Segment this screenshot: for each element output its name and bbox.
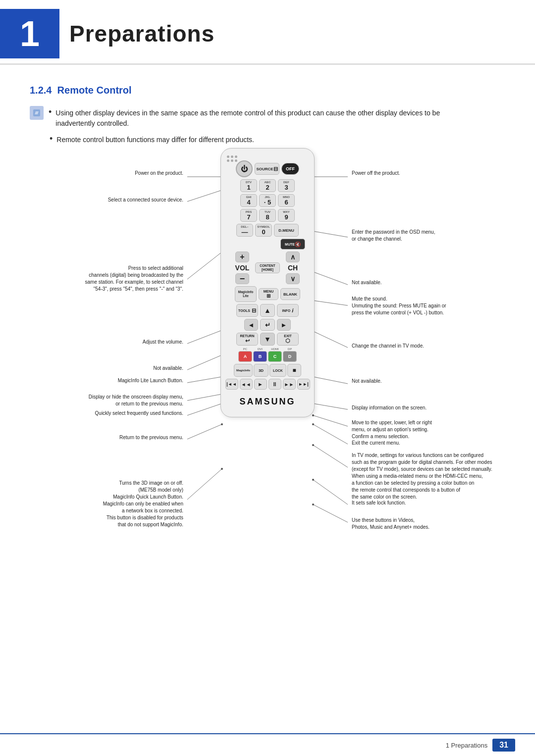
ann-tv-mode: In TV mode, settings for various functio… — [352, 452, 500, 501]
btn-nav-right[interactable]: ► — [277, 319, 291, 331]
btn-media-pause[interactable]: II — [268, 379, 281, 390]
btn-b[interactable]: B — [253, 351, 267, 362]
ann-3d-magicinfo: Turns the 3D image on or off.(ME75B mode… — [35, 480, 183, 528]
btn-nav-left[interactable]: ◄ — [244, 319, 258, 331]
ann-magicinfo-launch: MagicInfo Lite Launch Button. — [35, 377, 183, 384]
btn-d[interactable]: D — [283, 351, 297, 362]
btn-4[interactable]: GHI 4 — [240, 194, 257, 207]
btn-3[interactable]: DEF 3 — [278, 179, 295, 192]
ann-not-avail-right2: Not available. — [352, 378, 500, 385]
btn-media-fwd[interactable]: ►► — [283, 379, 296, 390]
svg-line-11 — [187, 377, 222, 383]
btn-2[interactable]: ABC 2 — [259, 179, 276, 192]
samsung-logo: SAMSUNG — [239, 397, 295, 407]
btn-up-nav[interactable]: ▲ — [260, 304, 275, 317]
btn-blank[interactable]: BLANK — [280, 288, 300, 300]
ann-ch-change: Change the channel in TV mode. — [352, 343, 500, 350]
ann-power-on: Power on the product. — [35, 170, 183, 177]
ann-info-display: Display information on the screen. — [352, 404, 500, 411]
row-789: PRS 7 TUV 8 WXY 9 — [227, 209, 308, 222]
btn-tools[interactable]: TOOLS ⊟ — [236, 304, 258, 317]
svg-point-44 — [312, 504, 314, 505]
ann-mute: Mute the sound.Unmuting the sound: Press… — [352, 296, 500, 316]
btn-down-nav[interactable]: ▼ — [260, 333, 275, 346]
btn-9[interactable]: WXY 9 — [278, 209, 295, 222]
btn-7[interactable]: PRS 7 — [240, 209, 257, 222]
ch-down[interactable]: ∨ — [286, 273, 300, 284]
ch-control: ∧ CH ∨ — [283, 252, 303, 284]
row-mute: MUTE🔇 — [227, 239, 308, 250]
svg-point-20 — [221, 468, 223, 470]
svg-line-41 — [313, 480, 348, 504]
ann-power-off: Power off the product. — [352, 170, 500, 177]
btn-dash[interactable]: DEL– — — [236, 224, 253, 237]
row-tools: TOOLS ⊟ ▲ INFO i — [227, 304, 308, 317]
svg-line-17 — [187, 424, 222, 439]
btn-a[interactable]: A — [238, 351, 252, 362]
note-bullets: • Using other display devices in the sam… — [49, 105, 505, 132]
btn-magicinfo2[interactable]: MagicInfo — [234, 364, 253, 377]
btn-content-home[interactable]: CONTENT[HOME] — [255, 262, 280, 273]
btn-0-symbol[interactable]: SYMBOL 0 — [255, 224, 272, 237]
ann-source: Select a connected source device. — [35, 197, 183, 203]
btn-media-fwd2[interactable]: ►►| — [297, 379, 310, 390]
btn-c[interactable]: C — [268, 351, 282, 362]
ann-not-avail-right: Not available. — [352, 279, 500, 286]
vol-down[interactable]: − — [235, 273, 249, 284]
btn-lock[interactable]: LOCK — [269, 364, 286, 377]
ann-return: Return to the previous menu. — [35, 434, 183, 441]
svg-line-39 — [313, 445, 348, 467]
off-button[interactable]: OFF — [281, 163, 299, 175]
btn-media-rew2[interactable]: ◄◄ — [240, 379, 253, 390]
btn-media-rew[interactable]: |◄◄ — [225, 379, 238, 390]
ch-label: CH — [283, 263, 303, 272]
svg-point-40 — [312, 444, 314, 446]
ann-exit-current: Exit the current menu. — [352, 440, 500, 447]
note-area: • Using other display devices in the sam… — [30, 105, 505, 132]
btn-8[interactable]: TUV 8 — [259, 209, 276, 222]
svg-line-13 — [187, 394, 222, 401]
ch-up[interactable]: ∧ — [286, 252, 300, 262]
btn-5[interactable]: JKL · 5 — [259, 194, 276, 207]
svg-line-25 — [313, 272, 348, 285]
btn-exit[interactable]: EXIT ⬡ — [277, 333, 299, 346]
svg-line-43 — [313, 504, 348, 522]
row-456: GHI 4 JKL · 5 MNO 6 — [227, 194, 308, 207]
svg-point-18 — [221, 423, 223, 425]
ann-videos-photos: Use these buttons in Videos,Photos, Musi… — [352, 517, 500, 531]
note-icon — [30, 106, 44, 120]
power-button[interactable]: ⏻ — [236, 160, 253, 177]
note-bullet-1: • Using other display devices in the sam… — [49, 108, 476, 129]
ann-menu-display: Display or hide the onscreen display men… — [35, 394, 183, 407]
btn-1[interactable]: DTV 1 — [240, 179, 257, 192]
page-footer: 1 Preparations 31 — [0, 733, 535, 756]
btn-dmenu[interactable]: D.MENU — [274, 224, 299, 237]
btn-info[interactable]: INFO i — [277, 304, 299, 317]
btn-mute[interactable]: MUTE🔇 — [280, 239, 305, 250]
btn-nav-ok[interactable]: ↵ — [260, 319, 275, 331]
row-color-labels: PC A DVI B HDMI C DP D — [227, 348, 308, 362]
svg-line-23 — [313, 231, 348, 237]
page-header: 1 Preparations — [0, 0, 535, 65]
remote-dots — [227, 155, 237, 162]
row-123: DTV 1 ABC 2 DEF 3 — [227, 179, 308, 192]
btn-return[interactable]: RETURN ↩ — [236, 333, 258, 346]
svg-line-33 — [313, 403, 348, 409]
btn-6[interactable]: MNO 6 — [278, 194, 295, 207]
source-button[interactable]: SOURCE⊟ — [255, 163, 279, 175]
chapter-number-block: 1 — [0, 9, 59, 58]
svg-point-42 — [312, 479, 314, 481]
ann-password: Enter the password in the OSD menu,or ch… — [352, 229, 500, 243]
row-3d-lock: MagicInfo 3D LOCK ■ — [227, 364, 308, 377]
vol-control: + VOL − — [232, 252, 252, 284]
svg-line-31 — [313, 377, 348, 384]
chapter-title: Preparations — [69, 20, 214, 47]
btn-media-play[interactable]: ► — [254, 379, 267, 390]
btn-3d[interactable]: 3D — [254, 364, 268, 377]
vol-up[interactable]: + — [235, 252, 249, 262]
ann-vol: Adjust the volume. — [35, 339, 183, 346]
btn-menu[interactable]: MENU ⊞ — [259, 288, 278, 300]
btn-square[interactable]: ■ — [287, 364, 301, 377]
btn-magicinfo-lite[interactable]: MagicInfoLite — [235, 286, 257, 302]
row-power: ⏻ SOURCE⊟ OFF — [227, 160, 308, 177]
